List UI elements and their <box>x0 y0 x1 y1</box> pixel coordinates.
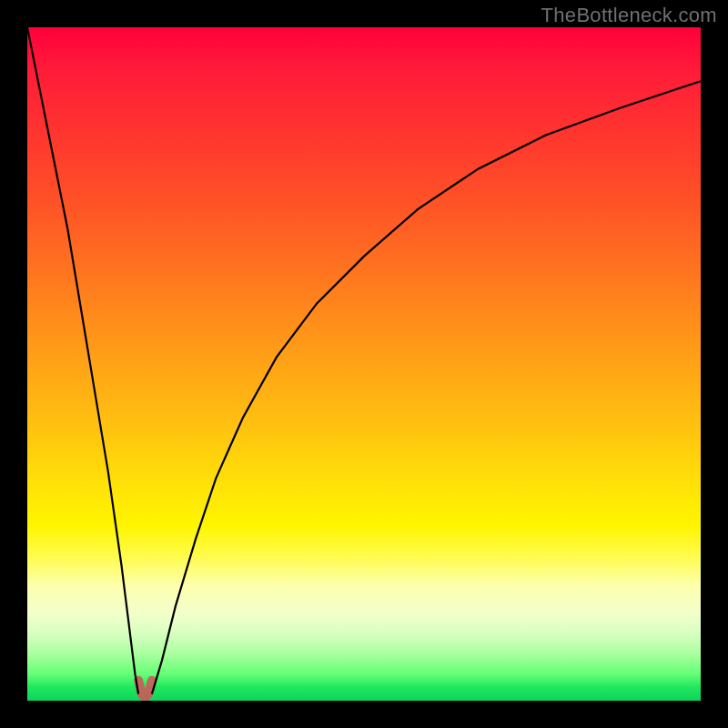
curve-layer <box>27 27 701 701</box>
highlight-minimum <box>138 681 152 698</box>
plot-area <box>27 27 701 701</box>
watermark-text: TheBottleneck.com <box>541 4 717 27</box>
curve-left-branch <box>27 27 138 694</box>
chart-frame: TheBottleneck.com <box>0 0 728 728</box>
curve-right-branch <box>152 81 701 693</box>
